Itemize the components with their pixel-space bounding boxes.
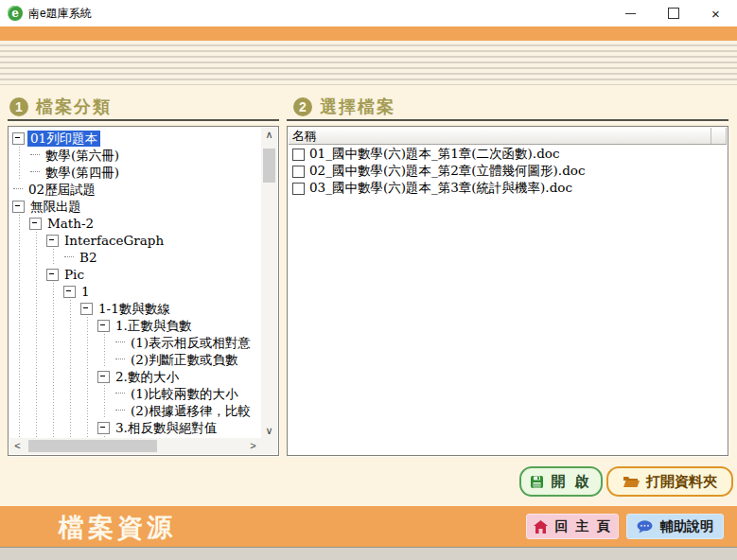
tree-item[interactable]: (2)根據遞移律，比較 <box>11 402 261 419</box>
branch-dash-icon <box>115 359 125 360</box>
maximize-icon <box>668 8 679 19</box>
scroll-left-icon[interactable]: < <box>9 439 26 453</box>
collapse-minus-icon[interactable] <box>97 320 110 332</box>
app-icon: e <box>8 6 23 21</box>
file-checkbox[interactable] <box>292 166 305 178</box>
tree-item[interactable]: Pic <box>11 266 261 283</box>
tree-item-label: 數學(第六冊) <box>43 148 122 164</box>
collapse-minus-icon[interactable] <box>12 132 25 145</box>
window-title: 南e題庫系統 <box>28 6 92 22</box>
extra-column-header[interactable] <box>711 128 727 144</box>
tree-item-label: 1-1數與數線 <box>96 301 173 317</box>
file-checkbox[interactable] <box>292 149 305 161</box>
tree-guide-line <box>11 317 28 334</box>
tree-guide-line <box>62 385 79 402</box>
tree-guide-line <box>11 300 28 317</box>
scroll-up-icon[interactable]: ∧ <box>261 128 277 142</box>
tree-item-label: 1 <box>79 284 93 300</box>
tree-guide-line <box>28 385 45 402</box>
scroll-right-icon[interactable]: > <box>245 439 261 453</box>
tree-guide-line <box>28 283 45 300</box>
tree-guide-line <box>97 385 114 402</box>
open-folder-button[interactable]: 打開資料夾 <box>606 466 733 497</box>
tree-hscroll-thumb[interactable] <box>28 440 157 452</box>
right-panel-header: 2 選擇檔案 <box>293 96 395 118</box>
tree-guide-line <box>28 368 45 385</box>
tree-item[interactable]: 無限出題 <box>11 198 261 215</box>
tree-guide-line <box>11 402 28 419</box>
right-header-rule <box>287 119 728 123</box>
maximize-button[interactable] <box>652 0 694 26</box>
tree-item-label: (1)比較兩數的大小 <box>128 386 241 402</box>
collapse-minus-icon[interactable] <box>63 286 76 298</box>
file-list-item[interactable]: 03_國中數學(六)題本_第3章(統計與機率).doc <box>289 180 727 197</box>
tree-item[interactable]: 1.正數與負數 <box>11 317 261 334</box>
home-button[interactable]: 回 主 頁 <box>526 514 619 539</box>
tree-guide-line <box>97 334 114 351</box>
file-list-item[interactable]: 01_國中數學(六)題本_第1章(二次函數).doc <box>289 146 727 163</box>
tree-horizontal-scrollbar[interactable]: < > <box>9 438 261 454</box>
left-panel-title: 檔案分類 <box>36 96 112 118</box>
tree-item[interactable]: 2.數的大小 <box>11 368 261 385</box>
tree-item[interactable]: (2)判斷正數或負數 <box>11 351 261 368</box>
help-button-label: 輔助說明 <box>660 518 713 535</box>
footer-title: 檔案資源 <box>59 511 176 545</box>
floppy-disk-icon <box>530 475 544 489</box>
tree-item[interactable]: 數學(第六冊) <box>11 147 261 164</box>
collapse-minus-icon[interactable] <box>97 422 110 434</box>
tree-guide-line <box>62 317 79 334</box>
tree-guide-line <box>45 419 62 436</box>
file-checkbox[interactable] <box>292 183 305 195</box>
right-panel-title: 選擇檔案 <box>320 96 395 118</box>
tree-guide-line <box>11 266 28 283</box>
open-button[interactable]: 開 啟 <box>519 466 603 497</box>
help-button[interactable]: 輔助說明 <box>626 514 724 539</box>
open-button-label: 開 啟 <box>551 473 591 491</box>
close-button[interactable]: × <box>694 0 737 26</box>
file-name-label: 02_國中數學(六)題本_第2章(立體幾何圖形).doc <box>309 163 585 180</box>
branch-dash-icon <box>115 393 125 394</box>
tree-guide-line <box>11 419 28 436</box>
tree-item[interactable]: 數學(第四冊) <box>11 164 261 181</box>
tree-item[interactable]: 1 <box>11 283 261 300</box>
collapse-minus-icon[interactable] <box>29 218 42 230</box>
collapse-minus-icon[interactable] <box>46 269 59 281</box>
collapse-minus-icon[interactable] <box>80 303 93 315</box>
collapse-minus-icon[interactable] <box>12 201 25 213</box>
tree-guide-line <box>79 368 97 385</box>
tree-vscroll-thumb[interactable] <box>263 149 275 183</box>
file-list-item[interactable]: 02_國中數學(六)題本_第2章(立體幾何圖形).doc <box>289 163 727 180</box>
minimize-button[interactable] <box>609 0 652 26</box>
tree-item[interactable]: Math-2 <box>11 215 261 232</box>
branch-dash-icon <box>13 188 23 190</box>
tree-guide-line <box>79 419 97 436</box>
open-folder-icon <box>623 475 640 488</box>
tree-guide-line <box>79 334 97 351</box>
tree-guide-line <box>45 385 62 402</box>
tree-item[interactable]: B2 <box>11 249 261 266</box>
tree-guide-line <box>97 351 114 368</box>
tree-guide-line <box>28 300 45 317</box>
tree-guide-line <box>11 351 28 368</box>
tree-guide-line <box>11 283 28 300</box>
tree-guide-line <box>79 351 97 368</box>
scroll-down-icon[interactable]: ∨ <box>261 424 277 438</box>
tree-item[interactable]: (1)表示相反或相對意 <box>11 334 261 351</box>
tree-item[interactable]: InterfaceGraph <box>11 232 261 249</box>
tree-vertical-scrollbar[interactable]: ∧ ∨ <box>261 128 277 438</box>
tree-item[interactable]: 02歷屆試題 <box>11 181 261 198</box>
window-controls: × <box>609 0 737 26</box>
tree-item[interactable]: (1)比較兩數的大小 <box>11 385 261 402</box>
collapse-minus-icon[interactable] <box>97 371 110 383</box>
collapse-minus-icon[interactable] <box>46 235 59 247</box>
tree-item[interactable]: 3.相反數與絕對值 <box>11 419 261 436</box>
header-stripes <box>0 41 737 85</box>
tree-item-label: (2)根據遞移律，比較 <box>128 403 254 419</box>
name-column-header[interactable]: 名稱 <box>289 128 711 144</box>
tree-item-label: Pic <box>61 267 87 283</box>
tree-item[interactable]: 1-1數與數線 <box>11 300 261 317</box>
tree-guide-line <box>11 147 28 164</box>
tree-guide-line <box>11 334 28 351</box>
tree-item-label: 2.數的大小 <box>113 369 182 385</box>
tree-item[interactable]: 01列印題本 <box>11 130 261 147</box>
